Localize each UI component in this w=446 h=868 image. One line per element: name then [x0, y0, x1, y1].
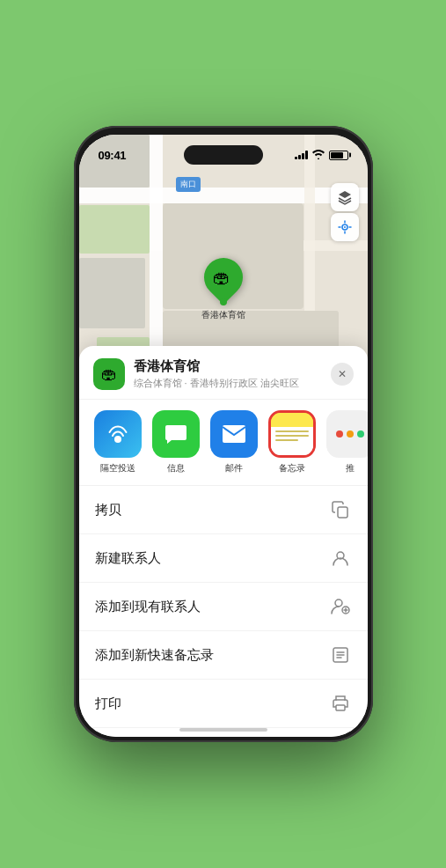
add-to-notes-icon — [329, 644, 352, 666]
svg-point-2 — [114, 436, 121, 443]
menu-item-copy[interactable]: 拷贝 — [79, 486, 368, 534]
add-to-notes-label: 添加到新快速备忘录 — [95, 647, 214, 664]
battery-icon — [329, 151, 348, 160]
menu-item-new-contact[interactable]: 新建联系人 — [79, 534, 368, 583]
copy-icon — [329, 498, 352, 521]
svg-rect-9 — [336, 705, 345, 710]
messages-label: 信息 — [167, 462, 185, 474]
dynamic-island — [184, 145, 263, 165]
place-name: 香港体育馆 — [134, 358, 331, 375]
svg-rect-4 — [338, 507, 347, 518]
status-icons — [295, 150, 348, 161]
add-to-contact-icon — [329, 595, 352, 618]
menu-item-add-to-notes[interactable]: 添加到新快速备忘录 — [79, 631, 368, 680]
notes-label: 备忘录 — [279, 462, 305, 474]
place-subtitle: 综合体育馆 · 香港特别行政区 油尖旺区 — [134, 377, 331, 390]
place-icon: 🏟 — [93, 358, 125, 390]
share-actions-row: 隔空投送 信息 — [79, 400, 368, 486]
location-button[interactable] — [331, 213, 359, 241]
copy-label: 拷贝 — [95, 502, 121, 519]
marker-label: 香港体育馆 — [201, 309, 245, 321]
place-info: 香港体育馆 综合体育馆 · 香港特别行政区 油尖旺区 — [134, 358, 331, 390]
airdrop-label: 隔空投送 — [100, 462, 135, 474]
more-label: 推 — [346, 462, 355, 474]
share-item-more[interactable]: 推 — [325, 410, 368, 474]
share-item-mail[interactable]: 邮件 — [209, 410, 259, 474]
home-indicator — [179, 728, 267, 732]
new-contact-label: 新建联系人 — [95, 550, 161, 567]
more-icon — [326, 410, 368, 458]
share-item-airdrop[interactable]: 隔空投送 — [93, 410, 143, 474]
add-to-contact-label: 添加到现有联系人 — [95, 599, 201, 615]
menu-item-print[interactable]: 打印 — [79, 680, 368, 728]
bottom-sheet: 🏟 香港体育馆 综合体育馆 · 香港特别行政区 油尖旺区 ✕ — [79, 346, 368, 737]
print-icon — [329, 692, 352, 715]
airdrop-icon — [94, 410, 142, 458]
location-marker: 🏟 香港体育馆 — [201, 258, 246, 321]
wifi-icon — [312, 150, 325, 161]
map-controls — [331, 183, 359, 241]
layers-button[interactable] — [331, 183, 359, 211]
menu-item-add-to-contact[interactable]: 添加到现有联系人 — [79, 583, 368, 631]
new-contact-icon — [329, 547, 352, 570]
svg-point-1 — [344, 226, 346, 228]
notes-icon — [268, 410, 316, 458]
mail-icon — [210, 410, 258, 458]
map-label: 南口 — [176, 177, 201, 192]
phone-screen: 09:41 — [79, 135, 368, 737]
close-button[interactable]: ✕ — [331, 363, 354, 386]
share-item-messages[interactable]: 信息 — [151, 410, 201, 474]
signal-icon — [295, 151, 308, 159]
share-item-notes[interactable]: 备忘录 — [267, 410, 317, 474]
status-time: 09:41 — [99, 149, 127, 162]
messages-icon — [152, 410, 200, 458]
svg-point-6 — [335, 600, 342, 607]
mail-label: 邮件 — [225, 462, 243, 474]
place-header: 🏟 香港体育馆 综合体育馆 · 香港特别行政区 油尖旺区 ✕ — [79, 346, 368, 400]
print-label: 打印 — [95, 695, 121, 712]
phone-frame: 09:41 — [74, 126, 373, 742]
